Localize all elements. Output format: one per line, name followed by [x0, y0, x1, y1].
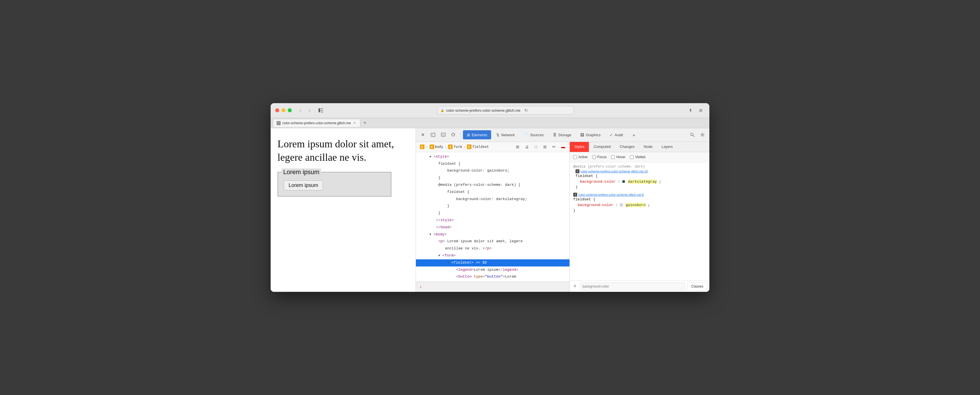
dom-line[interactable]: }	[416, 210, 570, 217]
sidebar-toggle-button[interactable]	[317, 106, 325, 114]
breadcrumb-item-root[interactable]: E	[418, 144, 426, 150]
devtools-close-button[interactable]: ✕	[418, 130, 427, 139]
state-focus[interactable]: Focus	[592, 155, 607, 159]
state-visited-checkbox[interactable]	[630, 155, 633, 159]
devtools-search-button[interactable]	[688, 130, 697, 139]
css-color-swatch-2[interactable]	[620, 204, 623, 206]
more-tabs-button[interactable]: »	[629, 130, 638, 139]
dom-line[interactable]: </style>	[416, 217, 570, 224]
svg-rect-1	[321, 108, 323, 109]
storage-tab-icon: 🗄	[553, 133, 557, 137]
filter-input[interactable]	[580, 282, 685, 290]
dom-line[interactable]: <p> Lorem ipsum dolor sit amet, legere	[416, 238, 570, 245]
state-visited[interactable]: Visited	[630, 155, 645, 159]
title-bar: ‹ › 🔒 color-scheme-prefers-color-scheme.…	[270, 103, 710, 118]
maximize-button[interactable]	[288, 108, 292, 112]
forward-button[interactable]: ›	[305, 106, 313, 114]
tab-network[interactable]: ⇅ Network	[492, 130, 519, 139]
css-source-1[interactable]: i color-scheme-prefers-color-scheme.glit…	[576, 169, 706, 173]
reload-button[interactable]: ↻	[525, 108, 528, 113]
dom-tree[interactable]: ▼ <style> fieldset { background-color: g…	[416, 152, 570, 282]
nav-buttons: ‹ ›	[296, 106, 313, 114]
state-active[interactable]: Active	[573, 155, 588, 159]
dom-line[interactable]: </head>	[416, 224, 570, 231]
legend-text: Lorem ipsum	[282, 169, 321, 176]
dom-line[interactable]: background-color: gainsboro;	[416, 167, 570, 174]
svg-point-15	[702, 134, 703, 135]
devtools-dock-button[interactable]	[439, 130, 448, 139]
dom-line[interactable]: @media (prefers-color-scheme: dark) {	[416, 182, 570, 189]
dom-line-selected[interactable]: ▼ <fieldset> == $0	[416, 260, 570, 266]
new-tab-button[interactable]: ⊞	[697, 106, 705, 114]
dom-line[interactable]: }	[416, 174, 570, 182]
dom-line[interactable]: }	[416, 202, 570, 210]
state-active-checkbox[interactable]	[573, 155, 577, 159]
breadcrumb-label-body: body	[435, 145, 443, 149]
address-bar[interactable]: 🔒 color-scheme-prefers-color-scheme.glit…	[437, 106, 574, 115]
classes-button[interactable]: Classes	[687, 282, 707, 290]
element-icon-fieldset: E	[467, 145, 471, 149]
tab-favicon: C	[277, 121, 281, 125]
breadcrumb-item-body[interactable]: E body	[428, 144, 445, 150]
breadcrumb-item-form[interactable]: E form	[446, 144, 463, 150]
css-source-icon-1: i	[576, 169, 579, 173]
dom-line[interactable]: ancillae ne vis. </p>	[416, 245, 570, 252]
css-prop-value-2: gainsboro	[625, 203, 646, 207]
separator-1	[460, 131, 461, 138]
svg-line-14	[693, 135, 694, 137]
css-color-swatch-1[interactable]	[622, 180, 625, 183]
add-property-button[interactable]: +	[572, 284, 578, 289]
state-focus-checkbox[interactable]	[592, 155, 596, 159]
box-model-button[interactable]: □	[532, 143, 540, 151]
css-source-icon-2: i	[573, 193, 577, 197]
print-button[interactable]: 🖨	[523, 143, 531, 151]
styles-tab-changes[interactable]: Changes	[615, 142, 639, 152]
grid-overlay-button[interactable]: ⊞	[541, 143, 549, 151]
tab-close-button[interactable]: ✕	[353, 121, 357, 125]
dom-line[interactable]: fieldset {	[416, 161, 570, 167]
element-tools: ⊞ 🖨 □ ⊞ ✏ ▬	[514, 143, 567, 151]
close-button[interactable]	[275, 108, 279, 112]
graphics-tab-icon: 🖼	[580, 133, 584, 137]
state-hover-label: Hover	[616, 155, 625, 159]
styles-tab-node[interactable]: Node	[639, 142, 657, 152]
dom-line[interactable]: background-color: darkslategray;	[416, 196, 570, 203]
devtools-undock-button[interactable]	[428, 130, 438, 139]
state-hover[interactable]: Hover	[611, 155, 625, 159]
back-button[interactable]: ‹	[296, 106, 304, 114]
styles-tab-layers[interactable]: Layers	[657, 142, 678, 152]
add-node-button[interactable]: ⊞	[514, 143, 522, 151]
css-source-text-2: color-scheme-prefers-color-scheme.glitch…	[578, 193, 644, 196]
breadcrumb-arrow-1: ›	[426, 145, 428, 148]
console-bar: ›	[416, 282, 570, 292]
styles-tab-computed[interactable]: Computed	[589, 142, 615, 152]
state-hover-checkbox[interactable]	[611, 155, 615, 159]
dom-line[interactable]: fieldset {	[416, 189, 570, 196]
delete-button[interactable]: ▬	[559, 143, 567, 151]
edit-button[interactable]: ✏	[550, 143, 558, 151]
inspect-element-button[interactable]	[449, 130, 458, 139]
add-property-bar: + Classes	[570, 280, 710, 292]
preview-button[interactable]: Lorem ipsum	[284, 180, 323, 190]
browser-tab[interactable]: C color-scheme-prefers-color-scheme.glit…	[273, 119, 360, 127]
new-tab-plus-button[interactable]: +	[361, 119, 368, 126]
devtools-toolbar: ✕	[416, 128, 710, 142]
share-button[interactable]: ⬆	[687, 106, 695, 114]
dom-line[interactable]: ▼ <style>	[416, 153, 570, 161]
tab-audit[interactable]: ✓ Audit	[606, 130, 627, 139]
traffic-lights	[275, 108, 292, 112]
styles-tab-styles[interactable]: Styles	[570, 142, 589, 152]
tab-storage[interactable]: 🗄 Storage	[549, 130, 576, 139]
minimize-button[interactable]	[282, 108, 285, 112]
dom-line[interactable]: ▼ <body>	[416, 231, 570, 238]
tab-elements[interactable]: ⊞ Elements	[463, 130, 491, 139]
devtools-settings-button[interactable]	[698, 130, 707, 139]
breadcrumb-item-fieldset[interactable]: E fieldset	[465, 144, 490, 150]
tab-sources[interactable]: 📄 Sources	[520, 130, 548, 139]
dom-line[interactable]: <button type="button">Lorem	[416, 273, 570, 280]
tab-graphics[interactable]: 🖼 Graphics	[576, 130, 605, 139]
dom-line[interactable]: ▼ <form>	[416, 252, 570, 260]
dom-line[interactable]: <legend>Lorem ipsum</legend>	[416, 266, 570, 274]
css-source-2[interactable]: i color-scheme-prefers-color-scheme.glit…	[573, 193, 706, 197]
breadcrumb: E › E body › E form ›	[416, 142, 570, 152]
